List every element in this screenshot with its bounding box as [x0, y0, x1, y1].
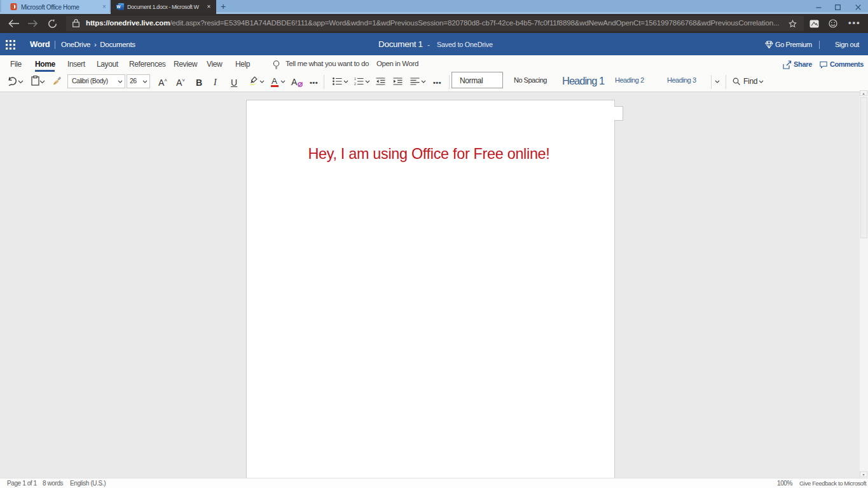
svg-text:1: 1 [354, 77, 356, 81]
svg-text:2: 2 [354, 82, 356, 86]
svg-text:W: W [116, 4, 121, 9]
